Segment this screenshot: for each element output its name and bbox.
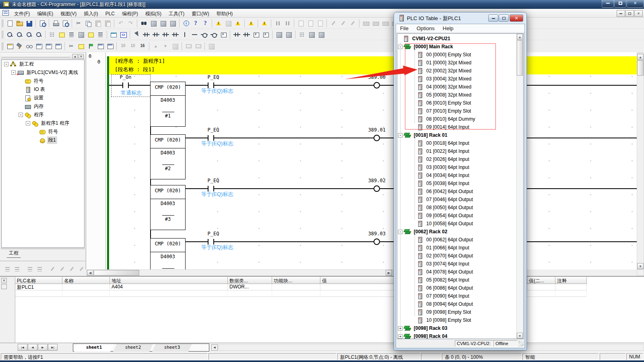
project-tree-item-4[interactable]: 设置: [2, 94, 84, 102]
panel-collapse-icon[interactable]: ▴: [72, 54, 78, 59]
project-tree-item-io[interactable]: IO 表: [2, 85, 84, 94]
sort-button[interactable]: [168, 19, 178, 28]
io-slot-03-0030-64pt-input[interactable]: 03 [0030] 64pt Input: [397, 163, 516, 171]
output-coil[interactable]: [374, 185, 380, 192]
mdi-restore-button[interactable]: [625, 10, 634, 17]
io-slot-07-0010-empty-slot[interactable]: 07 [0010] Empty Slot: [397, 107, 516, 115]
watch-column-7[interactable]: 注释: [555, 277, 587, 284]
watch-cell[interactable]: [527, 284, 555, 290]
io-rack-0062-rack-02[interactable]: -[0062] Rack 02: [397, 228, 516, 236]
sheet-nav-3-icon[interactable]: ▶|: [48, 344, 58, 351]
io-slot-04-0006-32pt-mixed[interactable]: 04 [0006] 32pt Mixed: [397, 83, 516, 91]
dialog-scrollbar[interactable]: ▲ ▼: [516, 34, 523, 339]
watch-cell[interactable]: A404: [110, 284, 228, 290]
find-button[interactable]: [139, 19, 149, 28]
io-slot-06-0042-64pt-output[interactable]: 06 [0042] 64pt Output: [397, 187, 516, 195]
io-slot-08-0010-64pt-dummy[interactable]: 08 [0010] 64pt Dummy: [397, 115, 516, 123]
sheet-scroll-left-icon[interactable]: ◀: [211, 344, 218, 351]
new-or-contact-button[interactable]: [161, 30, 170, 39]
project-tree-item-8[interactable]: 符号: [2, 128, 84, 136]
open-button[interactable]: [14, 19, 24, 28]
scrollbar-thumb[interactable]: [637, 60, 644, 76]
new-or-closed-contact-button[interactable]: [170, 30, 180, 39]
io-slot-05-0038-64pt-input[interactable]: 05 [0038] 64pt Input: [397, 179, 516, 187]
expander-icon[interactable]: -: [398, 45, 402, 49]
io-multiview-button[interactable]: [95, 42, 105, 51]
project-tree-item-1[interactable]: 段1: [2, 136, 84, 144]
project-tree-item-plc1-cvm1-v2[interactable]: -新PLC1[CVM1-V2] 离线: [2, 68, 84, 77]
io-slot-05-0082-64pt-input[interactable]: 05 [0082] 64pt Input: [397, 276, 516, 284]
watch-window-button[interactable]: [24, 42, 34, 51]
ladder-diagram-editor[interactable]: [程序名 : 新程序1] [段名称 : 段1] P_On常通标志P_EQ等于(E…: [86, 52, 637, 269]
address-increment-button[interactable]: [307, 30, 316, 39]
page-setup-button[interactable]: [37, 19, 47, 28]
expander-icon[interactable]: +: [398, 334, 402, 339]
dialog-minimize-button[interactable]: [488, 14, 498, 22]
menu-item-p[interactable]: 编程(P): [118, 9, 142, 18]
io-slot-03-0074-64pt-input[interactable]: 03 [0074] 64pt Input: [397, 260, 516, 268]
watch-cell[interactable]: 新PLC1: [15, 284, 62, 290]
new-nt-contact-button[interactable]: [242, 30, 251, 39]
scrollbar-thumb[interactable]: [517, 40, 523, 76]
menu-item-i[interactable]: 插入(I): [80, 9, 101, 18]
symbol-bar-button[interactable]: [109, 30, 118, 39]
project-tree-item-1[interactable]: -新程序1 程序: [2, 119, 84, 128]
expander-icon[interactable]: -: [398, 133, 402, 138]
menu-item-plc[interactable]: PLC: [102, 9, 118, 18]
io-slot-04-0078-64pt-output[interactable]: 04 [0078] 64pt Output: [397, 268, 516, 276]
watch-column-0[interactable]: PLC名称: [15, 277, 62, 284]
dialog-menu-help[interactable]: Help: [439, 24, 458, 33]
watch-cell[interactable]: [555, 284, 587, 290]
scroll-up-icon[interactable]: ▲: [637, 54, 644, 60]
tree-view-button[interactable]: [95, 30, 105, 39]
selection-mode-button[interactable]: [132, 30, 141, 39]
compile-program-button[interactable]: [214, 19, 223, 28]
expander-icon[interactable]: -: [19, 113, 23, 117]
scroll-down-icon[interactable]: ▼: [517, 333, 523, 339]
io-slot-09-0014-64pt-input[interactable]: 09 [0014] 64pt Input: [397, 123, 516, 131]
menu-item-w[interactable]: 窗口(W): [188, 9, 213, 18]
dialog-menu-options[interactable]: Options: [413, 24, 439, 33]
menu-item-s[interactable]: 模拟(S): [142, 9, 165, 18]
toggle-project-window-button[interactable]: [5, 42, 14, 51]
io-slot-01-0000-32pt-mixed[interactable]: 01 [0000] 32pt Mixed: [397, 59, 516, 67]
new-closed-contact-button[interactable]: [151, 30, 161, 39]
ci-bar-button[interactable]: [118, 30, 128, 39]
work-online-button[interactable]: [260, 19, 269, 28]
io-slot-01-0022-64pt-input[interactable]: 01 [0022] 64pt Input: [397, 147, 516, 155]
transfer-to-plc-button[interactable]: [246, 19, 256, 28]
memory-window-button[interactable]: [105, 42, 115, 51]
scroll-left-icon[interactable]: ◀: [87, 270, 93, 276]
watch-pin-icon[interactable]: [1, 284, 7, 289]
sheet-nav-2-icon[interactable]: ▶: [38, 344, 47, 351]
zoom-in-button[interactable]: [24, 30, 34, 39]
watch-cell[interactable]: [228, 290, 272, 297]
mdi-document-icon[interactable]: [2, 10, 9, 16]
dialog-menu-file[interactable]: File: [396, 24, 413, 33]
menu-item-h[interactable]: 帮助(H): [213, 9, 237, 18]
panel-close-icon[interactable]: ×: [78, 54, 84, 59]
syntax-check-report-button[interactable]: [233, 19, 243, 28]
output-coil[interactable]: [374, 135, 380, 141]
watch-cell[interactable]: [15, 290, 62, 297]
show-dividers-button[interactable]: [297, 30, 307, 39]
io-slot-09-0098-empty-slot[interactable]: 09 [0098] Empty Slot: [397, 308, 516, 316]
menu-item-f[interactable]: 文件(F): [10, 9, 33, 18]
io-slot-00-0062-64pt-output[interactable]: 00 [0062] 64pt Output: [397, 236, 516, 244]
io-slot-02-0026-64pt-input[interactable]: 02 [0026] 64pt Input: [397, 155, 516, 163]
new-pt-contact-button[interactable]: [232, 30, 242, 39]
dialog-resize-grip[interactable]: [518, 341, 524, 346]
close-button[interactable]: ×: [627, 0, 644, 8]
help-topics-button[interactable]: [191, 19, 200, 28]
expander-icon[interactable]: +: [398, 326, 402, 331]
show-grid-button[interactable]: [47, 30, 57, 39]
io-slot-06-0086-64pt-output[interactable]: 06 [0086] 64pt Output: [397, 284, 516, 292]
function-block-parameter-button[interactable]: [261, 30, 270, 39]
mdi-close-button[interactable]: ×: [634, 10, 643, 17]
scroll-up-icon[interactable]: ▲: [517, 34, 523, 40]
dialog-maximize-button[interactable]: [499, 14, 509, 22]
new-vertical-line-button[interactable]: [180, 30, 190, 39]
project-tree-item-5[interactable]: 内存: [2, 102, 84, 111]
sheet-nav-1-icon[interactable]: ◀: [28, 344, 37, 351]
output-coil[interactable]: [374, 82, 380, 88]
